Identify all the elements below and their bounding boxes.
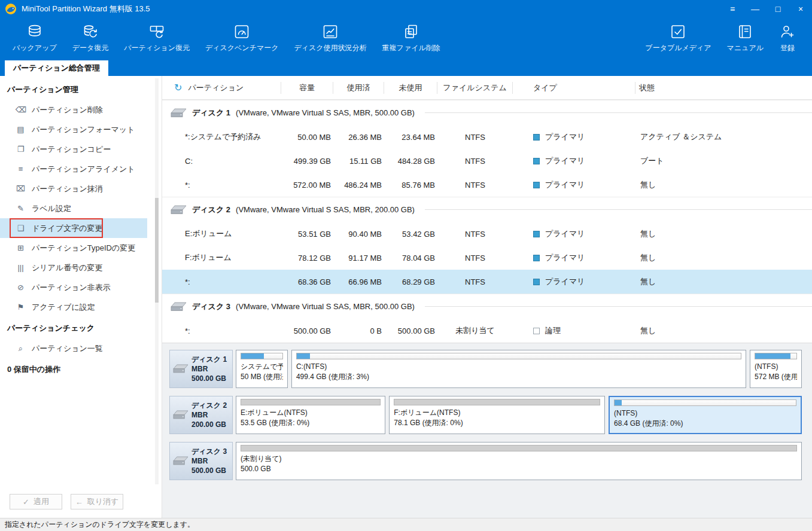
sidebar-item-hide-partition[interactable]: ⊘パーティション非表示 — [0, 277, 147, 297]
toolbar-left-group: バックアップデータ復元パーティション復元ディスクベンチマークディスク使用状況分析… — [5, 18, 448, 62]
partition-block[interactable]: システムで予約50 MB (使用済: — [236, 350, 288, 388]
partition-block[interactable]: (NTFS)572 MB (使用済 — [750, 350, 802, 388]
partition-block[interactable]: F:ボリューム(NTFS)78.1 GB (使用済: 0%) — [389, 396, 605, 434]
disk-map-blocks: E:ボリューム(NTFS)53.5 GB (使用済: 0%)F:ボリューム(NT… — [236, 396, 802, 434]
disk-map-label[interactable]: ディスク 2MBR200.00 GB — [169, 396, 233, 434]
disk-map-label[interactable]: ディスク 3MBR500.00 GB — [169, 442, 233, 480]
partition-recovery-icon — [148, 23, 165, 40]
filesystem-value: NTFS — [437, 181, 513, 190]
disk-drive-icon — [173, 456, 188, 466]
disk-map-row: ディスク 2MBR200.00 GBE:ボリューム(NTFS)53.5 GB (… — [169, 396, 802, 434]
disk-map-blocks: システムで予約50 MB (使用済:C:(NTFS)499.4 GB (使用済:… — [236, 350, 802, 388]
sidebar-item-copy-partition[interactable]: ❐パーティションコピー — [0, 139, 147, 159]
disk-group-header: ディスク 3(VMware, VMware Virtual S SAS, MBR… — [162, 294, 812, 319]
sidebar-scrollbar-thumb[interactable] — [155, 198, 159, 303]
sidebar-item-label: パーティション一覧 — [32, 343, 103, 354]
register-icon — [779, 23, 796, 40]
status-value: アクティブ ＆システム — [635, 132, 812, 142]
sidebar-scrollbar[interactable] — [155, 78, 159, 484]
disk-drive-icon — [171, 205, 187, 215]
sidebar-item-delete-partition[interactable]: ⌫パーティション削除 — [0, 100, 147, 120]
close-button[interactable]: × — [789, 0, 812, 18]
column-header-6: タイプ — [513, 82, 635, 94]
maximize-button[interactable]: □ — [767, 0, 789, 18]
partition-block[interactable]: (未割り当て)500.0 GB — [236, 442, 802, 480]
used-value: 26.36 MB — [333, 133, 384, 142]
unused-value: 484.28 GB — [384, 157, 437, 166]
menu-button[interactable]: ≡ — [721, 0, 744, 18]
type-id-icon: ⊞ — [16, 243, 26, 252]
partition-row[interactable]: C:499.39 GB15.11 GB484.28 GBNTFSプライマリブート — [162, 149, 812, 173]
disk-map-label[interactable]: ディスク 1MBR500.00 GB — [169, 350, 233, 388]
toolbar-item-disk-benchmark[interactable]: ディスクベンチマーク — [197, 18, 287, 53]
sidebar-item-wipe-partition[interactable]: ⌧パーティション抹消 — [0, 179, 147, 199]
partition-row[interactable]: *:572.00 MB486.24 MB85.76 MBNTFSプライマリ無し — [162, 173, 812, 197]
primary-type-square-icon — [533, 279, 540, 285]
status-value: 無し — [635, 325, 812, 336]
copy-partition-icon: ❐ — [16, 145, 26, 154]
filesystem-value: NTFS — [437, 277, 513, 286]
pending-operations: 0 保留中の操作 — [0, 358, 162, 381]
sidebar-item-set-active[interactable]: ⚑アクティブに設定 — [0, 297, 147, 317]
toolbar-item-duplicate-remover[interactable]: 重複ファイル削除 — [375, 18, 448, 53]
filesystem-value: NTFS — [437, 157, 513, 166]
delete-partition-icon: ⌫ — [16, 105, 26, 114]
partition-row[interactable]: E:ボリューム53.51 GB90.40 MB53.42 GBNTFSプライマリ… — [162, 222, 812, 246]
hide-partition-icon: ⊘ — [16, 283, 26, 292]
sidebar-item-change-drive-letter[interactable]: ❑ドライブ文字の変更 — [0, 218, 147, 238]
partition-block[interactable]: (NTFS)68.4 GB (使用済: 0%) — [609, 396, 802, 434]
toolbar-item-partition-recovery[interactable]: パーティション復元 — [116, 18, 197, 53]
divider — [425, 112, 812, 113]
disk-info: (VMware, VMware Virtual S SAS, MBR, 500.… — [236, 302, 415, 311]
sidebar-section-header: パーティション管理 — [0, 78, 162, 100]
column-header-label: 使用済 — [347, 83, 370, 93]
disk-map-label-text: ディスク 2MBR200.00 GB — [191, 401, 227, 430]
disk-map-scheme: MBR — [191, 456, 227, 466]
toolbar-item-space-analyzer[interactable]: ディスク使用状況分析 — [286, 18, 374, 53]
disk-map-blocks: (未割り当て)500.0 GB — [236, 442, 802, 480]
toolbar-item-backup[interactable]: バックアップ — [5, 18, 65, 53]
apply-button[interactable]: ✓ 適用 — [10, 494, 62, 509]
capacity-value: 500.00 GB — [281, 326, 333, 335]
type-value: プライマリ — [513, 228, 635, 239]
sidebar-item-align-partition[interactable]: ≡パーティションアライメント — [0, 159, 147, 179]
refresh-icon[interactable]: ↻ — [174, 83, 182, 93]
type-value: プライマリ — [513, 132, 635, 142]
toolbar-item-label: 重複ファイル削除 — [382, 43, 440, 53]
disk-map-row: ディスク 1MBR500.00 GBシステムで予約50 MB (使用済:C:(N… — [169, 350, 802, 388]
undo-arrow-icon: ← — [75, 498, 83, 506]
minimize-button[interactable]: — — [744, 0, 767, 18]
sidebar-item-label: パーティションフォーマット — [32, 124, 135, 135]
toolbar-item-register[interactable]: 登録 — [771, 18, 804, 53]
toolbar-item-manual[interactable]: マニュアル — [719, 18, 771, 53]
partition-row[interactable]: *:68.36 GB66.96 MB68.29 GBNTFSプライマリ無し — [162, 270, 812, 294]
partition-row[interactable]: *:システムで予約済み50.00 MB26.36 MB23.64 MBNTFSプ… — [162, 125, 812, 149]
disk-name: ディスク 3 — [192, 301, 230, 312]
sidebar-item-change-serial-number[interactable]: |||シリアル番号の変更 — [0, 258, 147, 277]
sidebar-item-partition-list[interactable]: ⌕パーティション一覧 — [0, 338, 147, 358]
partition-block[interactable]: E:ボリューム(NTFS)53.5 GB (使用済: 0%) — [236, 396, 385, 434]
sidebar-item-set-label[interactable]: ✎ラベル設定 — [0, 199, 147, 218]
unused-value: 85.76 MB — [384, 181, 437, 190]
undo-button[interactable]: ← 取り消す — [71, 494, 123, 509]
toolbar-item-data-recovery[interactable]: データ復元 — [65, 18, 117, 53]
disk-info: (VMware, VMware Virtual S SAS, MBR, 500.… — [236, 108, 415, 117]
toolbar-item-bootable-media[interactable]: ブータブルメディア — [637, 18, 719, 53]
sidebar-item-format-partition[interactable]: ▤パーティションフォーマット — [0, 120, 147, 139]
tab-partition-management[interactable]: パーティション総合管理 — [5, 60, 108, 76]
sidebar-item-change-type-id[interactable]: ⊞パーティションTypeIDの変更 — [0, 238, 147, 258]
toolbar-item-label: ディスク使用状況分析 — [294, 43, 366, 53]
type-value: 論理 — [513, 325, 635, 336]
status-bar: 指定されたパーティションのドライブ文字を変更します。 — [0, 518, 812, 531]
partition-row[interactable]: *:500.00 GB0 B500.00 GB未割り当て論理無し — [162, 319, 812, 343]
disk-map-name: ディスク 1 — [191, 355, 227, 364]
toolbar-item-label: マニュアル — [727, 43, 764, 53]
usage-bar-fill — [755, 353, 790, 359]
column-header-4: 未使用 — [384, 82, 437, 94]
capacity-value: 78.12 GB — [281, 254, 333, 263]
apply-button-label: 適用 — [34, 496, 49, 507]
partition-row[interactable]: F:ボリューム78.12 GB91.17 MB78.04 GBNTFSプライマリ… — [162, 246, 812, 270]
divider — [425, 306, 812, 307]
partition-block[interactable]: C:(NTFS)499.4 GB (使用済: 3%) — [291, 350, 746, 388]
type-label: プライマリ — [545, 132, 585, 142]
